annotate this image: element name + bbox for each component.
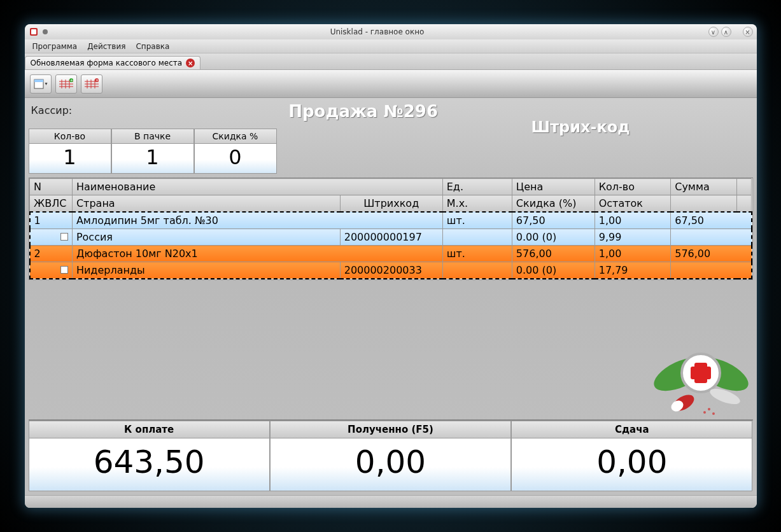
- svg-rect-4: [34, 80, 43, 82]
- medical-decor-icon: [649, 342, 750, 419]
- qty-head-discount: Скидка %: [194, 129, 277, 144]
- minimize-button[interactable]: ∨: [708, 27, 719, 37]
- col-n[interactable]: N: [30, 179, 73, 195]
- qty-val-qty[interactable]: 1: [29, 144, 111, 174]
- col-price[interactable]: Цена: [512, 179, 595, 195]
- table-row-sub[interactable]: Россия 200000000197 0.00 (0) 9,99: [30, 229, 752, 246]
- svg-point-2: [43, 29, 48, 34]
- col-country[interactable]: Страна: [72, 195, 340, 213]
- menubar: Программа Действия Справка: [25, 39, 757, 53]
- qty-head-qty: Кол-во: [29, 129, 111, 144]
- toolbar-button-1[interactable]: ▾: [30, 74, 52, 94]
- col-scroll: [737, 179, 752, 195]
- table-row[interactable]: 1 Амлодипин 5мг табл. №30 шт. 67,50 1,00…: [30, 212, 752, 229]
- svg-point-30: [708, 386, 742, 407]
- qty-val-pack[interactable]: 1: [111, 144, 194, 174]
- col-barcode[interactable]: Штрихкод: [340, 195, 442, 213]
- toolbar: ▾ + ×: [25, 70, 757, 98]
- svg-point-28: [670, 391, 696, 414]
- menu-actions[interactable]: Действия: [82, 41, 130, 52]
- col-remain[interactable]: Остаток: [595, 195, 670, 213]
- col-zh[interactable]: ЖВЛС: [30, 195, 73, 213]
- statusbar: [25, 495, 757, 508]
- zh-checkbox[interactable]: [60, 233, 68, 241]
- svg-text:+: +: [70, 78, 73, 82]
- total-due-label: К оплате: [29, 421, 270, 438]
- totals-row: К оплате 643,50 Полученно (F5) 0,00 Сдач…: [29, 419, 753, 491]
- menu-help[interactable]: Справка: [130, 41, 174, 52]
- window-title: Unisklad - главное окно: [49, 27, 706, 36]
- svg-rect-1: [31, 29, 36, 34]
- grid-header-row1: N Наименование Ед. Цена Кол-во Сумма: [30, 179, 752, 195]
- tab-close-icon[interactable]: ×: [186, 59, 195, 67]
- col-mx[interactable]: М.х.: [442, 195, 512, 213]
- qty-head-pack: В пачке: [111, 129, 194, 144]
- cashier-label: Кассир:: [29, 102, 73, 116]
- menu-program[interactable]: Программа: [27, 41, 83, 52]
- col-name[interactable]: Наименование: [72, 179, 442, 195]
- items-grid[interactable]: N Наименование Ед. Цена Кол-во Сумма ЖВЛ…: [29, 178, 753, 280]
- total-due-value: 643,50: [29, 438, 270, 491]
- col-discount[interactable]: Скидка (%): [512, 195, 595, 213]
- svg-point-33: [712, 412, 715, 415]
- col-sum[interactable]: Сумма: [671, 179, 737, 195]
- tab-label: Обновляемая форма кассового места: [31, 59, 183, 67]
- sale-title: Продажа №296: [288, 102, 438, 121]
- app-icon: [29, 27, 39, 37]
- col-qty[interactable]: Кол-во: [595, 179, 670, 195]
- tab-cashform[interactable]: Обновляемая форма кассового места ×: [25, 56, 201, 69]
- table-row-sub[interactable]: Нидерланды 200000200033 0.00 (0) 17,79: [30, 262, 752, 279]
- tabbar: Обновляемая форма кассового места ×: [25, 53, 757, 70]
- svg-text:×: ×: [95, 78, 99, 82]
- titlebar: Unisklad - главное окно ∨ ∧ ×: [25, 24, 757, 39]
- content-area: Кассир: Продажа №296 Кол-во 1 В пачке 1 …: [25, 98, 757, 495]
- close-button[interactable]: ×: [743, 27, 753, 37]
- svg-point-29: [669, 398, 685, 414]
- total-received-label: Полученно (F5): [270, 421, 511, 438]
- maximize-button[interactable]: ∧: [721, 27, 731, 37]
- svg-point-32: [703, 411, 706, 414]
- table-row[interactable]: 2 Дюфастон 10мг N20х1 шт. 576,00 1,00 57…: [30, 246, 752, 262]
- toolbar-button-3[interactable]: ×: [81, 74, 102, 94]
- svg-point-24: [690, 351, 750, 398]
- total-change-label: Сдача: [511, 421, 752, 438]
- zh-checkbox[interactable]: [60, 266, 68, 274]
- col-unit[interactable]: Ед.: [442, 179, 512, 195]
- svg-rect-27: [691, 367, 711, 379]
- svg-rect-26: [694, 363, 707, 383]
- svg-point-23: [649, 351, 711, 398]
- svg-point-25: [682, 354, 720, 392]
- qty-panel: Кол-во 1 В пачке 1 Скидка % 0: [29, 129, 277, 174]
- total-received-value[interactable]: 0,00: [270, 438, 511, 491]
- total-change-value: 0,00: [511, 438, 752, 491]
- main-window: Unisklad - главное окно ∨ ∧ × Программа …: [25, 24, 757, 508]
- qty-val-discount[interactable]: 0: [194, 144, 277, 174]
- barcode-label: Штрих-код: [531, 118, 630, 178]
- svg-point-31: [708, 408, 710, 410]
- pin-icon: [41, 28, 49, 36]
- toolbar-button-2[interactable]: +: [55, 74, 77, 94]
- grid-header-row2: ЖВЛС Страна Штрихкод М.х. Скидка (%) Ост…: [30, 195, 752, 213]
